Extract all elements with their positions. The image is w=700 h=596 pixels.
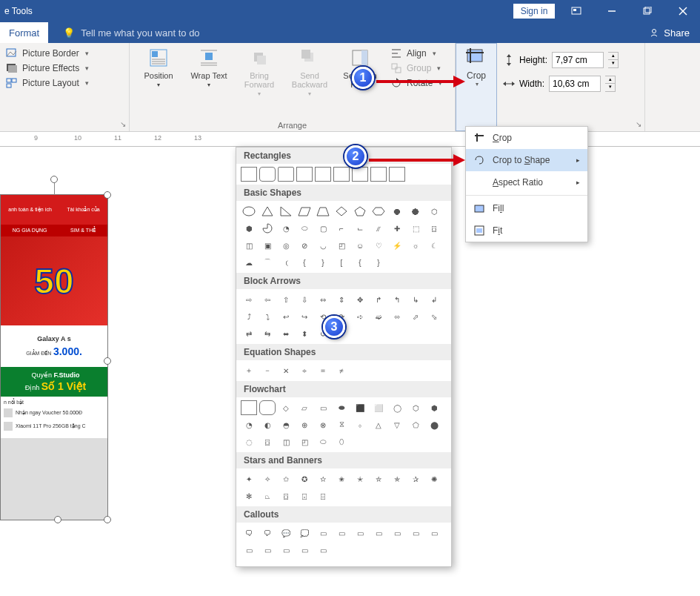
shape-flow[interactable]: ⬠ <box>407 417 424 432</box>
shape-flow[interactable]: ⬡ <box>407 400 424 415</box>
shape-callout[interactable]: ▭ <box>241 543 257 557</box>
shape-plus[interactable]: ✚ <box>389 221 405 236</box>
shape-heart[interactable]: ♡ <box>370 238 387 253</box>
shape-flow[interactable] <box>259 400 276 415</box>
shape-arrow-u[interactable]: ⇧ <box>278 292 294 307</box>
shape-arrow[interactable]: ↲ <box>426 292 442 307</box>
shape-rect[interactable] <box>333 167 350 182</box>
shape-callout[interactable]: ▭ <box>278 543 294 557</box>
shape-callout[interactable]: ▭ <box>333 526 350 540</box>
shape-flow[interactable]: △ <box>370 417 387 432</box>
shape-octagon[interactable]: ⯄ <box>407 204 424 219</box>
picture-border-button[interactable]: Picture Border▾ <box>6 47 123 59</box>
shape-callout[interactable]: ▭ <box>407 526 424 540</box>
shape-rect[interactable] <box>370 167 387 182</box>
shape-teardrop[interactable]: ⬭ <box>296 221 313 236</box>
shape-snip-rect[interactable] <box>278 167 294 182</box>
crop-menu-crop[interactable]: Crop <box>466 127 587 149</box>
shape-plaque[interactable]: ⬚ <box>407 221 424 236</box>
shape-flow[interactable]: ◐ <box>259 417 276 432</box>
tellme[interactable]: 💡 Tell me what you want to do <box>63 27 199 39</box>
shape-donut[interactable]: ◎ <box>278 238 294 253</box>
shape-bracket[interactable]: ⟮ <box>278 255 294 270</box>
shape-sun[interactable]: ☼ <box>407 238 424 253</box>
shape-callout[interactable]: ▭ <box>315 543 331 557</box>
shape-star[interactable]: ✪ <box>296 471 313 486</box>
shape-equal[interactable]: ＝ <box>315 363 331 378</box>
resize-handle[interactable] <box>54 516 61 523</box>
shape-flow[interactable]: ⬢ <box>426 400 442 415</box>
shape-flow[interactable]: ⬜ <box>370 400 387 415</box>
shape-star[interactable]: ✺ <box>426 471 442 486</box>
shape-arrow[interactable]: ↱ <box>370 292 387 307</box>
shape-rect[interactable] <box>352 167 368 182</box>
shape-can[interactable]: ⌼ <box>426 221 442 236</box>
shape-banner[interactable]: ⌻ <box>315 489 331 503</box>
shape-flow[interactable]: ⬬ <box>333 400 350 415</box>
resize-handle[interactable] <box>104 191 111 199</box>
shape-callout[interactable]: 🗩 <box>259 526 276 540</box>
shape-flow[interactable]: ⬛ <box>352 400 368 415</box>
shape-rect[interactable] <box>241 167 257 182</box>
shape-flow[interactable]: ⌼ <box>259 434 276 449</box>
shape-not-equal[interactable]: ≠ <box>333 363 350 378</box>
shape-no[interactable]: ⊘ <box>296 238 313 253</box>
sign-in-button[interactable]: Sign in <box>513 4 555 19</box>
shape-rect[interactable] <box>389 167 405 182</box>
shape-banner[interactable]: ⌼ <box>278 489 294 503</box>
shape-bevel[interactable]: ▣ <box>259 238 276 253</box>
shape-brace-r[interactable]: } <box>315 255 331 270</box>
crop-menu-fill[interactable]: Fill <box>466 197 587 219</box>
shape-callout[interactable]: 💭 <box>296 526 313 540</box>
shape-arrow-ud[interactable]: ⇕ <box>333 292 350 307</box>
shape-arrow[interactable]: ↪ <box>296 309 313 324</box>
shape-arrow[interactable]: ⬀ <box>407 309 424 324</box>
shape-flow[interactable]: ▭ <box>315 400 331 415</box>
crop-menu-crop-to-shape[interactable]: Crop to Shape ▸ <box>466 149 587 171</box>
shape-star[interactable]: ✬ <box>333 471 350 486</box>
shape-star[interactable]: ✦ <box>241 471 257 486</box>
shape-flow[interactable]: ▽ <box>389 417 405 432</box>
shape-lshape[interactable]: ⌙ <box>352 221 368 236</box>
crop-menu-aspect-ratio[interactable]: Aspect Ratio ▸ <box>466 171 587 193</box>
shape-block-arc[interactable]: ◡ <box>315 238 331 253</box>
shape-arrow[interactable]: ⬄ <box>389 309 405 324</box>
shape-arrow[interactable]: ↳ <box>407 292 424 307</box>
picture-layout-button[interactable]: Picture Layout▾ <box>6 77 123 89</box>
shape-flow[interactable]: ⊗ <box>315 417 331 432</box>
shape-star[interactable]: ✩ <box>278 471 294 486</box>
shape-pie[interactable] <box>259 221 276 236</box>
resize-handle[interactable] <box>104 357 111 365</box>
shape-star[interactable]: ✻ <box>241 489 257 503</box>
shape-flow[interactable]: ◓ <box>278 417 294 432</box>
shape-flow[interactable]: ◔ <box>241 417 257 432</box>
shape-multiply[interactable]: ✕ <box>278 363 294 378</box>
shape-arrow[interactable]: ⇄ <box>241 326 257 341</box>
shape-divide[interactable]: ÷ <box>296 363 313 378</box>
shape-flow[interactable] <box>241 400 257 415</box>
shape-half-frame[interactable]: ⌐ <box>333 221 350 236</box>
shape-arrow[interactable]: ⬂ <box>426 309 442 324</box>
close-button[interactable] <box>666 0 700 22</box>
shape-arrow[interactable]: ⇆ <box>259 326 276 341</box>
shape-brace-r2[interactable]: } <box>370 255 387 270</box>
shape-star[interactable]: ✧ <box>259 471 276 486</box>
shape-banner[interactable]: ⌺ <box>296 489 313 503</box>
picture-effects-button[interactable]: Picture Effects▾ <box>6 62 123 74</box>
shape-flow[interactable]: ◇ <box>278 400 294 415</box>
shape-flow[interactable]: ⊕ <box>296 417 313 432</box>
shape-trapezoid[interactable] <box>315 204 331 219</box>
shape-parallelogram[interactable] <box>296 204 313 219</box>
shape-decagon[interactable]: ⬡ <box>426 204 442 219</box>
rotation-handle[interactable] <box>50 176 58 183</box>
crop-menu-fit[interactable]: Fit <box>466 219 587 242</box>
height-spinner[interactable]: ▴▾ <box>608 52 619 68</box>
shape-callout[interactable]: ▭ <box>296 543 313 557</box>
shape-arrow-d[interactable]: ⇩ <box>296 292 313 307</box>
shape-oval[interactable] <box>241 204 257 219</box>
shape-bracket-l[interactable]: [ <box>333 255 350 270</box>
shape-arc[interactable]: ⌒ <box>259 255 276 270</box>
shape-flow[interactable]: ⧖ <box>333 417 350 432</box>
shape-cube[interactable]: ◫ <box>241 238 257 253</box>
shape-moon[interactable]: ☾ <box>426 238 442 253</box>
